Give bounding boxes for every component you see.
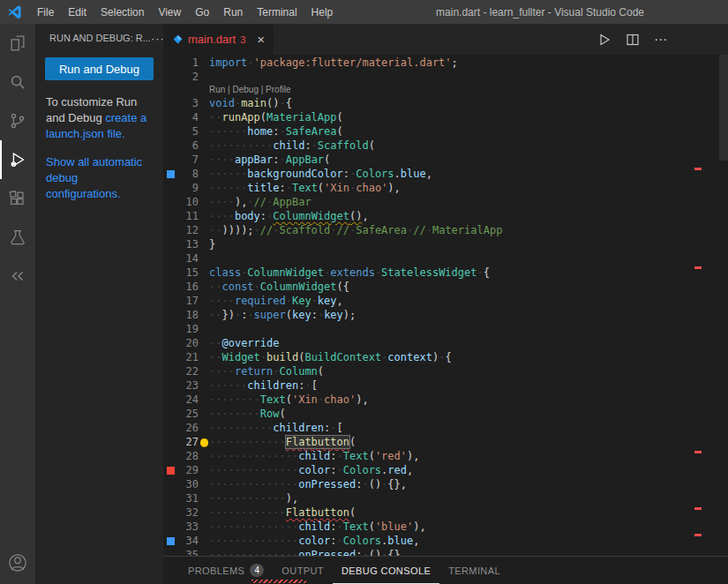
menu-file[interactable]: File — [30, 0, 61, 24]
run-and-debug-icon[interactable] — [0, 140, 35, 179]
code-line[interactable]: 19 — [163, 322, 716, 336]
code-line[interactable]: 22····return·Column( — [163, 364, 716, 378]
code-line[interactable]: 9······title:·Text('Xin·chao'), — [163, 181, 716, 195]
gutter-glyph-margin[interactable] — [163, 421, 177, 435]
code-line[interactable]: 29··············color:·Colors.red, — [163, 463, 716, 477]
code-line[interactable]: 20··@override — [163, 336, 716, 350]
gutter-glyph-margin[interactable] — [163, 223, 177, 237]
run-icon[interactable] — [597, 33, 612, 47]
scrollbar[interactable] — [719, 55, 728, 161]
menu-help[interactable]: Help — [304, 0, 341, 24]
gutter-glyph-margin[interactable] — [163, 181, 177, 195]
gutter-glyph-margin[interactable] — [163, 477, 177, 491]
testing-icon[interactable] — [0, 218, 35, 257]
code-line[interactable]: 7····appBar:·AppBar( — [163, 153, 716, 167]
gutter-glyph-margin[interactable] — [163, 308, 177, 322]
gutter-glyph-margin[interactable] — [163, 139, 177, 153]
code-line[interactable]: 28··············child:·Text('red'), — [163, 449, 716, 463]
more-actions-icon[interactable]: ⋯ — [654, 32, 668, 48]
panel-tab-terminal[interactable]: TERMINAL — [439, 557, 509, 584]
line-number: 17 — [177, 294, 199, 308]
code-line[interactable]: 15class·ColumnWidget·extends·StatelessWi… — [163, 266, 716, 280]
gutter-glyph-margin[interactable] — [163, 435, 177, 449]
menu-edit[interactable]: Edit — [61, 0, 94, 24]
account-icon[interactable] — [0, 543, 35, 582]
gutter-glyph-margin[interactable] — [163, 322, 177, 336]
code-line[interactable]: 30··············onPressed:·()·{}, — [163, 477, 716, 491]
menu-go[interactable]: Go — [188, 0, 216, 24]
gutter-glyph-margin[interactable] — [163, 251, 177, 266]
gutter-glyph-margin[interactable] — [163, 153, 177, 167]
gutter-glyph-margin[interactable] — [163, 56, 177, 70]
code-line[interactable]: 34··············color:·Colors.blue, — [163, 534, 716, 548]
gutter-glyph-margin[interactable] — [163, 548, 177, 556]
code-line[interactable]: 33··············child:·Text('blue'), — [163, 520, 716, 534]
code-line[interactable]: 31············), — [163, 491, 716, 505]
code-line[interactable]: 18··})·:·super(key:·key); — [163, 308, 716, 322]
code-line[interactable]: 13} — [163, 237, 716, 251]
menu-terminal[interactable]: Terminal — [250, 0, 304, 24]
gutter-glyph-margin[interactable] — [163, 124, 177, 139]
split-editor-icon[interactable] — [626, 33, 640, 47]
menu-view[interactable]: View — [151, 0, 188, 24]
gutter-glyph-margin[interactable] — [163, 237, 177, 251]
gutter-glyph-margin[interactable] — [163, 280, 177, 294]
code-line[interactable]: 1import·'package:flutter/material.dart'; — [163, 56, 716, 70]
code-line[interactable]: 4··runApp(MaterialApp( — [163, 110, 716, 124]
code-editor[interactable]: 1import·'package:flutter/material.dart';… — [163, 55, 728, 556]
code-line[interactable]: 10····),·//·AppBar — [163, 195, 716, 209]
code-line[interactable]: 21··Widget·build(BuildContext·context)·{ — [163, 350, 716, 364]
code-line[interactable]: 3void·main()·{ — [163, 96, 716, 110]
lightbulb-icon[interactable] — [200, 438, 208, 446]
gutter-glyph-margin[interactable] — [163, 407, 177, 421]
gutter-glyph-margin[interactable] — [163, 110, 177, 124]
gutter-glyph-margin[interactable] — [163, 96, 177, 110]
code-line[interactable]: 32············Flatbutton( — [163, 505, 716, 520]
code-line[interactable]: 17····required·Key·key, — [163, 294, 716, 308]
gutter-glyph-margin[interactable] — [163, 336, 177, 350]
gutter-glyph-margin[interactable] — [163, 294, 177, 308]
gutter-glyph-margin[interactable] — [163, 520, 177, 534]
gutter-glyph-margin[interactable] — [163, 70, 177, 84]
panel-tab-debug-console[interactable]: DEBUG CONSOLE — [333, 557, 439, 584]
run-and-debug-button[interactable]: Run and Debug — [45, 57, 154, 80]
code-line[interactable]: 35··············onPressed:·()·{}, — [163, 548, 716, 556]
gutter-glyph-margin[interactable] — [163, 393, 177, 407]
show-configurations-link[interactable]: Show all automatic debug configurations. — [46, 155, 142, 200]
code-line[interactable]: 16··const·ColumnWidget({ — [163, 280, 716, 294]
gutter-glyph-margin[interactable] — [163, 505, 177, 520]
references-icon[interactable] — [0, 257, 35, 296]
code-line[interactable]: 12··))));·//·Scaffold·//·SafeArea·//·Mat… — [163, 223, 716, 237]
gutter-glyph-margin[interactable] — [163, 449, 177, 463]
search-icon[interactable] — [0, 63, 35, 101]
code-line[interactable]: 14 — [163, 251, 716, 266]
code-line[interactable]: 5······home:·SafeArea( — [163, 124, 716, 139]
code-line[interactable]: 23······children:·[ — [163, 378, 716, 393]
explorer-icon[interactable] — [0, 24, 35, 63]
code-line[interactable]: 27············Flatbutton( — [163, 435, 716, 449]
tab-main-dart[interactable]: main.dart 3 × — [163, 24, 274, 55]
gutter-glyph-margin[interactable] — [163, 195, 177, 209]
gutter-glyph-margin[interactable] — [163, 364, 177, 378]
code-line[interactable]: 8······backgroundColor:·Colors.blue, — [163, 167, 716, 181]
menu-run[interactable]: Run — [216, 0, 250, 24]
code-line[interactable]: 25········Row( — [163, 407, 716, 421]
code-line[interactable]: 2 — [163, 70, 716, 84]
source-control-icon[interactable] — [0, 101, 35, 140]
gutter-glyph-margin[interactable] — [163, 463, 177, 477]
gutter-glyph-margin[interactable] — [163, 491, 177, 505]
gutter-glyph-margin[interactable] — [163, 378, 177, 393]
gutter-glyph-margin[interactable] — [163, 266, 177, 280]
code-line[interactable]: 11····body:·ColumnWidget(), — [163, 209, 716, 223]
menu-selection[interactable]: Selection — [94, 0, 151, 24]
extensions-icon[interactable] — [0, 179, 35, 218]
code-line[interactable]: 24········Text('Xin·chao'), — [163, 393, 716, 407]
codelens-run-debug-profile[interactable]: Run | Debug | Profile — [163, 84, 716, 96]
close-icon[interactable]: × — [257, 33, 265, 46]
gutter-glyph-margin[interactable] — [163, 350, 177, 364]
gutter-glyph-margin[interactable] — [163, 534, 177, 548]
code-line[interactable]: 26··········children:·[ — [163, 421, 716, 435]
gutter-glyph-margin[interactable] — [163, 209, 177, 223]
gutter-glyph-margin[interactable] — [163, 167, 177, 181]
code-line[interactable]: 6··········child:·Scaffold( — [163, 139, 716, 153]
